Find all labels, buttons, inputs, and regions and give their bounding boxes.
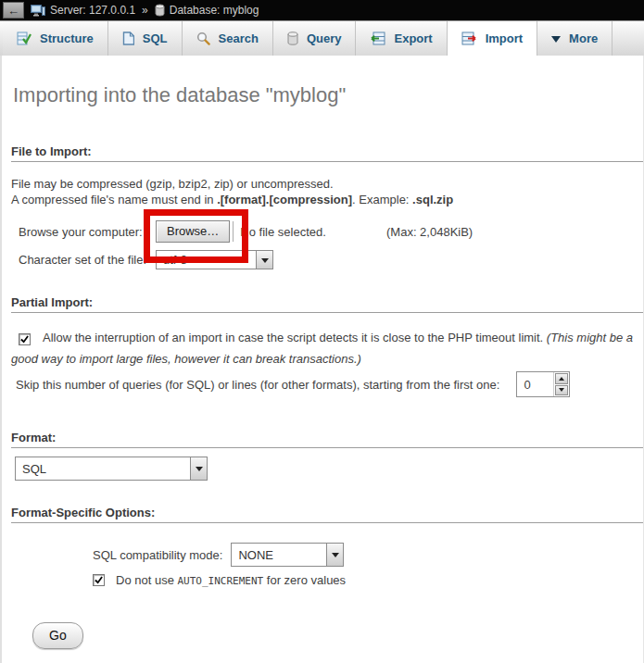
auto-increment-checkbox[interactable] (93, 574, 105, 586)
auto-increment-label: Do not use AUTO_INCREMENT for zero value… (116, 573, 346, 587)
browse-row: Browse your computer: Browse… No file se… (19, 219, 643, 244)
chevron-down-icon (559, 388, 564, 394)
file-naming-pattern: .[format].[compression] (217, 193, 352, 206)
tab-label: Query (307, 31, 342, 45)
chevron-up-icon (559, 374, 564, 381)
chevron-down-icon (196, 467, 203, 475)
skip-queries-row: Skip this number of queries (for SQL) or… (16, 371, 643, 397)
server-icon (31, 5, 45, 17)
sql-compatibility-select[interactable]: NONE (231, 543, 344, 567)
autoinc-code: AUTO_INCREMENT (178, 575, 264, 587)
tab-more[interactable]: More (537, 21, 612, 56)
section-heading-partial-import: Partial Import: (11, 295, 643, 313)
tab-bar: Structure SQL Search Query Export (0, 20, 644, 56)
charset-row: Character set of the file: utf-8 (19, 250, 643, 269)
structure-icon (17, 31, 32, 45)
spinner-buttons (553, 372, 569, 396)
export-icon (370, 31, 385, 45)
section-heading-file-to-import: File to Import: (11, 144, 643, 162)
charset-select[interactable]: utf-8 (156, 250, 273, 269)
sql-compatibility-row: SQL compatibility mode: NONE (93, 543, 643, 567)
breadcrumb-database-link[interactable]: Database: myblog (170, 4, 259, 17)
sql-compatibility-value: NONE (232, 544, 326, 566)
file-naming-mid: . Example: (352, 193, 412, 206)
file-naming-example: .sql.zip (412, 193, 453, 206)
go-button[interactable]: Go (32, 622, 83, 649)
charset-dropdown-button[interactable] (256, 251, 272, 269)
autoinc-prefix: Do not use (116, 573, 178, 587)
tab-search[interactable]: Search (183, 21, 273, 56)
format-dropdown-button[interactable] (190, 457, 207, 480)
skip-queries-value[interactable]: 0 (517, 372, 553, 396)
file-compression-note: File may be compressed (gzip, bzip2, zip… (11, 176, 643, 192)
tab-import[interactable]: Import (448, 21, 537, 56)
allow-interruption-label: Allow the interruption of an import in c… (43, 331, 547, 344)
file-input-divider (233, 221, 234, 242)
compat-dropdown-button[interactable] (326, 544, 343, 566)
browse-label: Browse your computer: (19, 225, 156, 239)
chevron-down-icon (261, 258, 269, 267)
chevron-down-icon (551, 36, 561, 47)
section-heading-format-options: Format-Specific Options: (11, 506, 643, 523)
database-icon (155, 4, 165, 17)
main-content: Importing into the database "myblog" Fil… (0, 56, 644, 663)
query-icon (287, 31, 298, 45)
tab-structure[interactable]: Structure (3, 21, 108, 56)
breadcrumb-server-link[interactable]: Server: 127.0.0.1 (50, 4, 135, 17)
tab-export[interactable]: Export (356, 21, 447, 56)
file-naming-note: A compressed file's name must end in .[f… (11, 192, 643, 207)
tab-label: More (569, 31, 598, 45)
no-file-selected-text: No file selected. (240, 225, 326, 239)
tabbar-filler (612, 21, 644, 56)
sql-compatibility-label: SQL compatibility mode: (93, 548, 222, 562)
back-button[interactable]: ← (3, 2, 24, 19)
breadcrumb: Server: 127.0.0.1 » Database: myblog (31, 4, 259, 17)
skip-queries-spinner[interactable]: 0 (516, 371, 570, 397)
charset-label: Character set of the file: (19, 253, 156, 267)
browse-button[interactable]: Browse… (156, 220, 230, 243)
file-naming-prefix: A compressed file's name must end in (11, 193, 217, 206)
tab-label: Search (219, 31, 259, 45)
max-upload-size: (Max: 2,048KiB) (386, 225, 473, 239)
spinner-down-button[interactable] (555, 385, 568, 396)
sql-icon (122, 31, 134, 45)
chevron-down-icon (332, 553, 339, 561)
import-icon (461, 31, 477, 45)
file-upload-input: Browse… No file selected. (156, 220, 326, 243)
auto-increment-row: Do not use AUTO_INCREMENT for zero value… (93, 573, 643, 587)
tab-label: SQL (143, 31, 168, 45)
tab-label: Export (394, 31, 432, 45)
section-heading-format: Format: (11, 431, 643, 448)
charset-selected-value: utf-8 (157, 251, 256, 269)
allow-interruption-row: Allow the interruption of an import in c… (11, 327, 636, 369)
tab-query[interactable]: Query (273, 21, 357, 56)
check-icon (95, 576, 103, 584)
breadcrumb-bar: ← Server: 127.0.0.1 » Database: myblog (0, 0, 644, 20)
allow-interruption-checkbox[interactable] (19, 333, 31, 345)
tab-label: Import (486, 31, 523, 45)
skip-queries-label: Skip this number of queries (for SQL) or… (16, 378, 499, 392)
tab-sql[interactable]: SQL (108, 21, 183, 56)
search-icon (196, 31, 210, 45)
page-title: Importing into the database "myblog" (13, 83, 643, 107)
format-select[interactable]: SQL (15, 457, 208, 481)
spinner-up-button[interactable] (555, 373, 568, 384)
autoinc-suffix: for zero values (263, 573, 346, 587)
tab-label: Structure (40, 31, 94, 45)
format-selected-value: SQL (16, 457, 190, 480)
check-icon (20, 335, 29, 344)
breadcrumb-separator: » (140, 4, 150, 17)
